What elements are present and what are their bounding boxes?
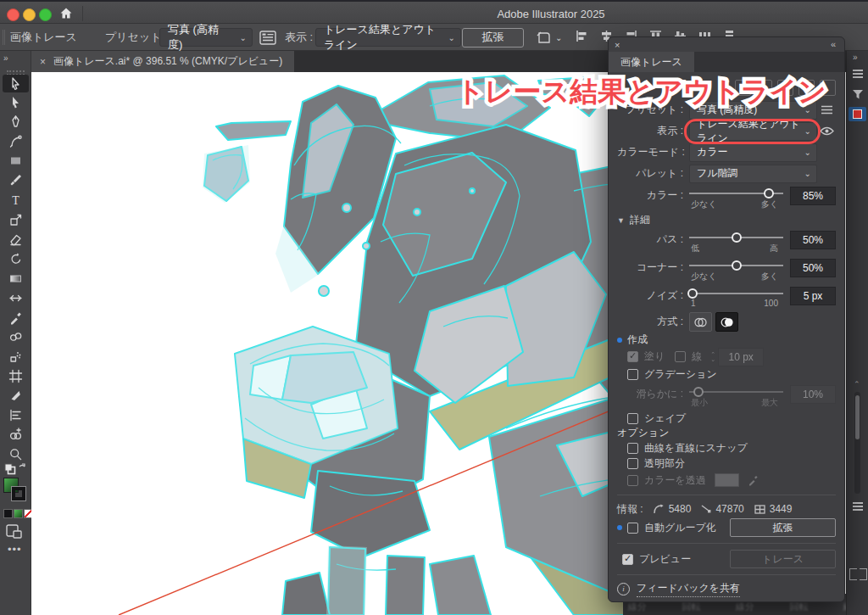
dock-menu-icon[interactable] <box>853 70 863 71</box>
color-slider-thumb[interactable] <box>764 188 774 198</box>
stroke-checkbox[interactable] <box>675 351 686 362</box>
paths-slider-thumb[interactable] <box>732 232 742 243</box>
tool-gradient[interactable] <box>3 270 29 288</box>
collapse-panel-icon[interactable]: « <box>831 39 836 49</box>
snap-checkbox[interactable] <box>627 443 638 454</box>
titlebar-separator <box>82 6 83 21</box>
tool-align[interactable] <box>3 406 29 424</box>
smooth-slider-thumb <box>693 387 704 397</box>
stroke-label: 線 <box>692 349 702 364</box>
panel-expand-button[interactable]: 拡張 <box>730 518 836 537</box>
document-tab[interactable]: × 画像トレース.ai* @ 396.51 % (CMYK/プレビュー) <box>31 51 294 72</box>
tool-free-transform[interactable] <box>3 211 29 229</box>
palette-label: パレット : <box>617 166 683 181</box>
method-abutting-button[interactable] <box>689 312 712 332</box>
expand-tools-icon[interactable]: » <box>3 53 8 63</box>
tool-slice[interactable] <box>3 387 29 405</box>
stroke-color-swatch[interactable] <box>12 487 25 500</box>
stroke-width-field[interactable]: 10 px <box>718 348 764 366</box>
modified-dot-icon <box>617 338 622 343</box>
color-slider[interactable]: 少なく 多く <box>689 187 783 209</box>
corners-slider[interactable]: 少なく 多く <box>689 259 783 281</box>
controlbar-grip[interactable] <box>3 30 5 45</box>
stroke-stepper[interactable]: ⌃⌄ <box>710 352 715 362</box>
paths-slider[interactable]: 低 高 <box>689 231 783 253</box>
filter-funnel-icon[interactable] <box>852 88 864 103</box>
tool-symbol-sprayer[interactable] <box>3 348 29 366</box>
tool-shape-builder[interactable] <box>3 426 29 444</box>
swap-fill-stroke-icon[interactable] <box>4 463 26 478</box>
dock-menu2-icon[interactable] <box>853 502 863 504</box>
method-overlapping-button[interactable] <box>715 312 738 332</box>
color-value-field[interactable]: 85% <box>790 187 836 205</box>
color-slider-row: カラー : 少なく 多く 85% <box>617 184 836 212</box>
gradient-button[interactable] <box>14 509 23 518</box>
color-mode-select[interactable]: カラー ⌄ <box>689 143 817 162</box>
chevron-down-icon: ⌄ <box>233 33 247 42</box>
gradient-checkbox[interactable] <box>627 369 638 380</box>
tool-width[interactable] <box>3 289 29 307</box>
noise-slider-thumb[interactable] <box>687 288 698 299</box>
tool-direct-selection[interactable] <box>3 93 29 111</box>
tool-selection[interactable] <box>3 75 29 92</box>
minimize-window-button[interactable] <box>23 8 36 21</box>
tool-paintbrush[interactable] <box>3 171 29 189</box>
noise-label: ノイズ : <box>617 287 683 303</box>
trace-panel-toggle-button[interactable] <box>259 24 276 51</box>
swatches-panel-icon[interactable] <box>849 107 866 121</box>
expand-dock-icon[interactable]: » <box>853 53 858 62</box>
view-label: 表示 : <box>285 24 313 51</box>
shape-row: シェイプ <box>617 411 836 426</box>
tool-eyedropper[interactable] <box>3 309 29 327</box>
more-tools-button[interactable]: ••• <box>8 543 22 556</box>
feedback-row: i フィードバックを共有 <box>617 580 836 597</box>
dock-menu2-line <box>853 506 863 507</box>
fill-checkbox[interactable] <box>627 351 638 362</box>
view-dropdown[interactable]: トレース結果とアウトライン ⌄ <box>315 24 461 51</box>
noise-value-field[interactable]: 5 px <box>790 287 836 305</box>
transparent-checkbox[interactable] <box>627 458 638 469</box>
noise-slider[interactable]: 1 100 <box>689 287 783 309</box>
autogroup-checkbox[interactable] <box>627 523 638 534</box>
chevron-down-icon: ⌄ <box>804 169 811 178</box>
color-button[interactable] <box>3 509 13 518</box>
feedback-link[interactable]: フィードバックを共有 <box>637 581 740 597</box>
fill-stroke-indicator[interactable] <box>3 478 27 503</box>
detail-section-header[interactable]: ▼ 詳細 <box>617 212 836 228</box>
tool-eraser[interactable] <box>3 231 29 249</box>
dock-scrollbar-thumb[interactable] <box>855 395 860 439</box>
tool-pen[interactable] <box>3 113 29 131</box>
maximize-window-button[interactable] <box>39 8 52 21</box>
tool-rotate[interactable] <box>3 250 29 268</box>
shape-options-button[interactable]: ⌄ <box>535 24 562 51</box>
align-left-icon[interactable] <box>576 30 588 45</box>
dock-scrollbar[interactable] <box>854 392 860 494</box>
dock-scroll-up-icon[interactable]: ⌃ <box>854 380 860 389</box>
eyedropper-icon <box>748 474 760 486</box>
panel-tab-image-trace[interactable]: 画像トレース <box>609 52 694 72</box>
tool-zoom[interactable] <box>3 445 29 463</box>
view-select[interactable]: トレース結果とアウトライン ⌄ <box>689 122 817 141</box>
tool-type[interactable]: T <box>3 192 29 210</box>
close-panel-icon[interactable]: × <box>615 40 620 50</box>
tool-blend[interactable] <box>3 328 29 346</box>
corners-value-field[interactable]: 50% <box>790 259 836 277</box>
paths-value-field[interactable]: 50% <box>790 231 836 249</box>
corners-slider-thumb[interactable] <box>732 260 742 271</box>
draw-mode-button[interactable] <box>6 524 23 543</box>
tools-grip[interactable] <box>7 70 25 72</box>
tool-rectangle[interactable] <box>3 152 29 170</box>
home-icon[interactable] <box>58 6 74 25</box>
shape-checkbox[interactable] <box>627 413 638 424</box>
close-window-button[interactable] <box>7 8 19 21</box>
preset-dropdown[interactable]: 写真 (高精度) ⌄ <box>159 24 253 51</box>
tool-artboard[interactable] <box>3 367 29 385</box>
expand-button[interactable]: 拡張 <box>462 24 524 51</box>
preview-checkbox[interactable] <box>622 554 633 565</box>
view-eye-button[interactable] <box>817 126 836 136</box>
close-tab-icon[interactable]: × <box>40 56 46 68</box>
colors-count-icon <box>754 505 765 514</box>
palette-select[interactable]: フル階調 ⌄ <box>689 165 817 183</box>
dock-menu2-line <box>853 509 863 511</box>
tool-curvature[interactable] <box>3 132 29 150</box>
